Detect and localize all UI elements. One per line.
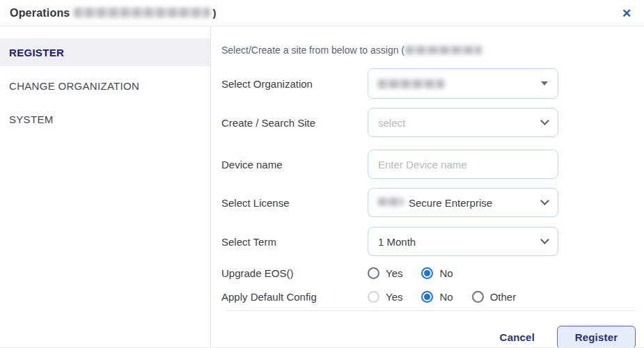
row-create-search-site: Create / Search Site select xyxy=(221,108,636,137)
radio-icon[interactable] xyxy=(368,267,379,279)
upgrade-eos-yes-option[interactable]: Yes xyxy=(368,267,402,279)
create-search-site-label: Create / Search Site xyxy=(221,117,368,129)
term-value: 1 Month xyxy=(378,236,416,248)
row-upgrade-eos: Upgrade EOS() Yes No xyxy=(221,264,636,281)
dialog-body: REGISTER CHANGE ORGANIZATION SYSTEM Sele… xyxy=(0,26,644,348)
register-button[interactable]: Register xyxy=(557,326,636,348)
sidebar-item-label: SYSTEM xyxy=(9,113,53,125)
radio-icon[interactable] xyxy=(421,291,433,303)
redacted-organization-value xyxy=(378,79,444,88)
redacted-serial xyxy=(74,8,210,17)
select-license-label: Select License xyxy=(221,197,368,209)
sidebar-item-label: CHANGE ORGANIZATION xyxy=(9,80,139,92)
operations-dialog: Operations ) ✕ REGISTER CHANGE ORGANIZAT… xyxy=(0,0,644,348)
select-organization-label: Select Organization xyxy=(221,78,368,90)
device-name-input[interactable] xyxy=(368,150,558,179)
license-value: Secure Enterprise xyxy=(409,197,492,209)
apply-config-other-option[interactable]: Other xyxy=(472,291,517,303)
radio-icon[interactable] xyxy=(472,291,484,303)
upgrade-eos-radio-group: Yes No xyxy=(368,267,472,279)
redacted-license-prefix xyxy=(378,198,404,206)
row-apply-default-config: Apply Default Config Yes No Other xyxy=(221,288,636,305)
chevron-down-icon xyxy=(540,196,549,205)
caret-down-icon xyxy=(541,81,548,86)
register-panel: Select/Create a site from below to assig… xyxy=(211,26,644,348)
dialog-footer: Cancel Register xyxy=(221,326,636,348)
radio-icon[interactable] xyxy=(368,291,379,303)
close-icon[interactable]: ✕ xyxy=(618,4,636,22)
cancel-button[interactable]: Cancel xyxy=(500,331,535,343)
row-select-organization: Select Organization xyxy=(221,68,636,99)
sidebar-item-system[interactable]: SYSTEM xyxy=(0,105,210,133)
chevron-down-icon xyxy=(540,116,549,125)
footer-divider xyxy=(227,310,636,311)
apply-default-config-label: Apply Default Config xyxy=(221,291,368,303)
chevron-down-icon xyxy=(540,235,549,244)
row-select-license: Select License Secure Enterprise xyxy=(221,188,636,217)
upgrade-eos-label: Upgrade EOS() xyxy=(221,267,368,279)
intro-text: Select/Create a site from below to assig… xyxy=(221,45,636,56)
select-term-label: Select Term xyxy=(221,236,368,248)
create-search-site-dropdown[interactable]: select xyxy=(368,108,558,137)
dialog-title: Operations xyxy=(10,7,70,19)
site-placeholder: select xyxy=(378,117,405,129)
row-select-term: Select Term 1 Month xyxy=(221,227,636,256)
sidebar-item-change-organization[interactable]: CHANGE ORGANIZATION xyxy=(0,72,210,100)
row-device-name: Device name xyxy=(221,150,636,179)
sidebar-item-label: REGISTER xyxy=(9,47,64,58)
radio-icon[interactable] xyxy=(421,267,433,279)
redacted-serial-inline xyxy=(405,46,482,54)
apply-default-config-radio-group: Yes No Other xyxy=(368,291,535,303)
sidebar: REGISTER CHANGE ORGANIZATION SYSTEM xyxy=(0,26,211,348)
dialog-title-paren: ) xyxy=(212,7,216,19)
select-organization-dropdown[interactable] xyxy=(368,68,558,99)
apply-config-yes-option[interactable]: Yes xyxy=(368,291,402,303)
select-license-dropdown[interactable]: Secure Enterprise xyxy=(368,188,558,217)
sidebar-item-register[interactable]: REGISTER xyxy=(0,38,210,66)
upgrade-eos-no-option[interactable]: No xyxy=(421,267,453,279)
dialog-header: Operations ) ✕ xyxy=(0,0,644,26)
select-term-dropdown[interactable]: 1 Month xyxy=(368,227,558,256)
apply-config-no-option[interactable]: No xyxy=(421,291,453,303)
device-name-label: Device name xyxy=(221,159,368,171)
